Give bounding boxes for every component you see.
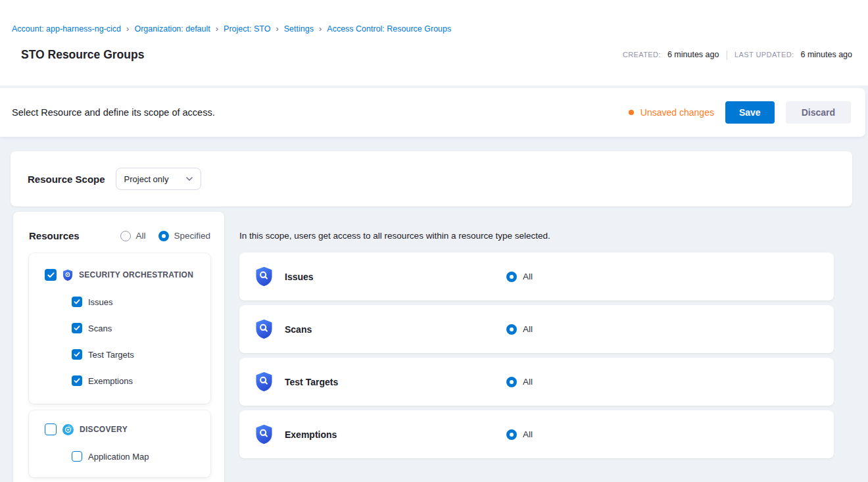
- resource-checkbox-label[interactable]: Issues: [88, 297, 113, 307]
- resources-title: Resources: [29, 230, 80, 241]
- breadcrumb: Account: app-harness-ng-cicd › Organizat…: [12, 24, 852, 34]
- action-toolbar: Select Resource and define its scope of …: [0, 88, 865, 137]
- radio-selected-icon[interactable]: [506, 429, 517, 440]
- resource-row-label: Exemptions: [285, 429, 337, 440]
- resource-checkbox-label[interactable]: Scans: [88, 324, 112, 333]
- discard-button[interactable]: Discard: [786, 101, 851, 124]
- security-orchestration-label[interactable]: SECURITY ORCHESTRATION: [79, 270, 193, 279]
- unsaved-changes-status: Unsaved changes: [629, 107, 714, 118]
- access-radio-all[interactable]: All: [506, 272, 533, 282]
- resource-row-label: Scans: [285, 324, 312, 335]
- created-value: 6 minutes ago: [667, 50, 719, 59]
- sto-shield-icon: [255, 267, 273, 286]
- last-updated-value: 6 minutes ago: [800, 50, 852, 59]
- breadcrumb-organization-link[interactable]: Organization: default: [134, 24, 210, 34]
- checkbox-unchecked[interactable]: [72, 451, 82, 462]
- checkbox-unchecked[interactable]: [45, 423, 57, 435]
- breadcrumb-separator: ›: [126, 24, 129, 34]
- breadcrumb-account-link[interactable]: Account: app-harness-ng-cicd: [12, 24, 121, 34]
- meta-divider: |: [725, 49, 728, 60]
- access-all-label: All: [523, 324, 533, 334]
- mode-option-all[interactable]: All: [120, 231, 145, 241]
- resource-access-row-test-targets: Test Targets All: [239, 358, 834, 406]
- checkbox-checked[interactable]: [72, 297, 82, 307]
- resource-checkbox-row-issues[interactable]: Issues: [72, 297, 200, 307]
- security-orchestration-shield-icon: [62, 270, 73, 281]
- timestamps-meta: CREATED: 6 minutes ago | LAST UPDATED: 6…: [623, 49, 852, 60]
- checkbox-checked[interactable]: [72, 375, 82, 386]
- resource-row-label: Issues: [285, 272, 314, 282]
- scope-detail-column: In this scope, users get access to all r…: [239, 212, 834, 458]
- radio-selected-icon[interactable]: [506, 272, 517, 282]
- discovery-label[interactable]: DISCOVERY: [80, 425, 128, 434]
- mode-option-specified[interactable]: Specified: [158, 231, 210, 241]
- sto-shield-icon: [255, 320, 273, 339]
- security-orchestration-group-card: SECURITY ORCHESTRATION Issues Scans Test…: [29, 253, 210, 404]
- resource-checkbox-row-scans[interactable]: Scans: [72, 323, 200, 333]
- unsaved-changes-label: Unsaved changes: [640, 107, 714, 118]
- access-all-label: All: [523, 429, 533, 439]
- breadcrumb-separator: ›: [216, 24, 218, 34]
- resource-scope-select[interactable]: Project only: [116, 168, 201, 190]
- resources-mode-radio-group: All Specified: [120, 231, 210, 241]
- unsaved-dot-icon: [629, 110, 634, 115]
- security-orchestration-row[interactable]: SECURITY ORCHESTRATION: [45, 269, 200, 281]
- toolbar-description: Select Resource and define its scope of …: [12, 107, 215, 118]
- breadcrumb-separator: ›: [319, 24, 322, 34]
- radio-selected-icon[interactable]: [506, 377, 517, 387]
- resource-scope-selected-value: Project only: [124, 174, 169, 184]
- resources-panel: Resources All Specified: [13, 212, 224, 482]
- resource-checkbox-label[interactable]: Application Map: [88, 452, 149, 462]
- breadcrumb-separator: ›: [276, 24, 278, 34]
- resource-checkbox-label[interactable]: Test Targets: [88, 350, 134, 360]
- radio-selected-icon[interactable]: [506, 324, 517, 335]
- breadcrumb-project-link[interactable]: Project: STO: [224, 24, 270, 34]
- discovery-group-card: DISCOVERY Application Map: [29, 410, 210, 477]
- resource-access-row-issues: Issues All: [239, 253, 834, 301]
- resource-checkbox-label[interactable]: Exemptions: [88, 376, 133, 386]
- access-radio-all[interactable]: All: [506, 324, 533, 335]
- access-radio-all[interactable]: All: [506, 429, 533, 440]
- created-label: CREATED:: [623, 51, 661, 59]
- resource-scope-card: Resource Scope Project only: [11, 151, 852, 206]
- last-updated-label: LAST UPDATED:: [735, 51, 794, 59]
- chevron-down-icon: [186, 177, 193, 181]
- mode-option-all-label: All: [135, 231, 145, 241]
- page-title: STO Resource Groups: [21, 48, 144, 62]
- breadcrumb-settings-link[interactable]: Settings: [284, 24, 314, 34]
- access-all-label: All: [523, 377, 533, 387]
- scope-description: In this scope, users get access to all r…: [239, 231, 834, 241]
- resource-scope-label: Resource Scope: [28, 174, 105, 185]
- resource-checkbox-row-test-targets[interactable]: Test Targets: [72, 349, 200, 360]
- radio-unselected-icon[interactable]: [120, 231, 131, 241]
- save-button[interactable]: Save: [725, 101, 775, 124]
- access-all-label: All: [523, 272, 533, 281]
- resource-access-row-scans: Scans All: [239, 305, 834, 353]
- breadcrumb-resource-groups-link[interactable]: Access Control: Resource Groups: [327, 24, 451, 34]
- radio-selected-icon[interactable]: [158, 231, 169, 241]
- checkbox-checked[interactable]: [45, 269, 57, 281]
- access-radio-all[interactable]: All: [506, 377, 533, 387]
- sto-shield-icon: [255, 425, 273, 444]
- checkbox-checked[interactable]: [72, 323, 82, 333]
- resource-checkbox-row-exemptions[interactable]: Exemptions: [72, 375, 200, 386]
- resource-row-label: Test Targets: [285, 377, 338, 387]
- sto-shield-icon: [255, 372, 273, 391]
- discovery-icon: [62, 424, 74, 435]
- checkbox-checked[interactable]: [72, 349, 82, 360]
- page-header: Account: app-harness-ng-cicd › Organizat…: [0, 0, 868, 85]
- discovery-row[interactable]: DISCOVERY: [45, 423, 200, 435]
- resource-checkbox-row-application-map[interactable]: Application Map: [72, 451, 200, 462]
- resource-access-row-exemptions: Exemptions All: [239, 410, 834, 458]
- mode-option-specified-label: Specified: [174, 231, 210, 241]
